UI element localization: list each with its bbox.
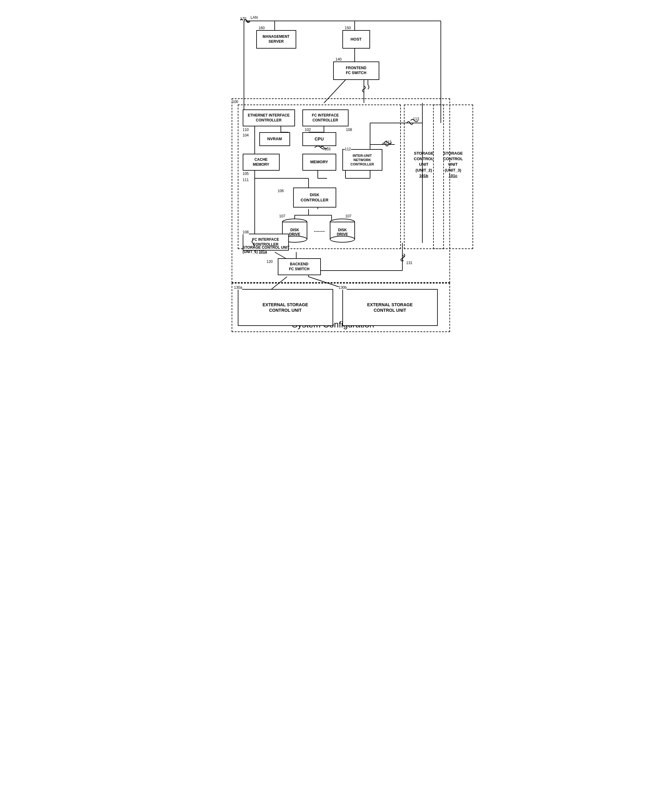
disk-controller-box: DISKCONTROLLER [293, 187, 336, 207]
n170-label: 170 [240, 16, 246, 21]
nvram-box: NVRAM [259, 132, 290, 146]
svg-text:DRIVE: DRIVE [289, 232, 300, 237]
n110-label: 110 [243, 128, 249, 132]
n131-label: 131 [406, 261, 412, 265]
svg-text:DISK: DISK [338, 228, 347, 232]
n107a-label: 107 [279, 214, 285, 218]
n105-label: 105 [243, 171, 249, 176]
svg-text:DISK: DISK [290, 228, 299, 232]
n104-label: 104 [243, 133, 249, 137]
n113b-label: 113 [413, 117, 419, 121]
storage-control-unit3-content: STORAGECONTROLUNIT(UNIT_3) 101c [435, 151, 471, 179]
host-box: HOST [342, 30, 370, 49]
svg-point-52 [330, 236, 355, 242]
cpu-box: CPU [302, 132, 336, 146]
n107b-label: 107 [345, 214, 352, 218]
svg-text:DRIVE: DRIVE [336, 232, 348, 237]
backend-fc-switch-box: BACKENDFC SWITCH [278, 258, 321, 275]
n150-label: 150 [345, 26, 351, 30]
n160-label: 160 [259, 26, 265, 30]
n140-label: 140 [336, 57, 342, 61]
n130a-label: 130a [234, 285, 242, 289]
management-server-box: MANAGEMENTSERVER [256, 30, 296, 49]
n102-label: 102 [305, 128, 311, 132]
lan-label: LAN [251, 15, 258, 20]
memory-box: MEMORY [302, 154, 336, 171]
disk-drive-2: DISK DRIVE [327, 218, 358, 243]
n103-label: 103 [325, 147, 331, 151]
ethernet-interface-controller-box: ETHERNET INTERFACECONTROLLER [243, 110, 295, 127]
diagram: LAN 170 MANAGEMENTSERVER 160 HOST 150 FR… [213, 12, 453, 314]
external-storage-1-box: EXTERNAL STORAGECONTROL UNIT [238, 289, 333, 326]
inter-unit-network-controller-box: INTER-UNITNETWORKCONTROLLER [342, 149, 382, 171]
cache-memory-box: CACHEMEMORY [243, 154, 280, 171]
n108-bottom-label: 108 [243, 230, 249, 234]
fc-interface-controller-top-box: FC INTERFACECONTROLLER [302, 110, 348, 127]
n108-top-label: 108 [346, 128, 352, 132]
n106-label: 106 [278, 189, 284, 193]
n111-label: 111 [243, 178, 249, 182]
disk-drive-dots: ........ [314, 227, 325, 233]
n130b-label: 130b [339, 285, 347, 289]
n112-label: 112 [345, 147, 351, 151]
storage-control-unit1-label: STORAGE CONTROL UNIT (UNIT_1) 101a [243, 245, 290, 254]
n100-label: 100 [232, 100, 238, 104]
n120-label: 120 [267, 260, 273, 264]
frontend-fc-switch-box: FRONTENDFC SWITCH [333, 61, 379, 80]
page: LAN 170 MANAGEMENTSERVER 160 HOST 150 FR… [207, 6, 459, 336]
n113a-label: 113 [386, 140, 392, 144]
external-storage-2-box: EXTERNAL STORAGECONTROL UNIT [342, 289, 438, 326]
